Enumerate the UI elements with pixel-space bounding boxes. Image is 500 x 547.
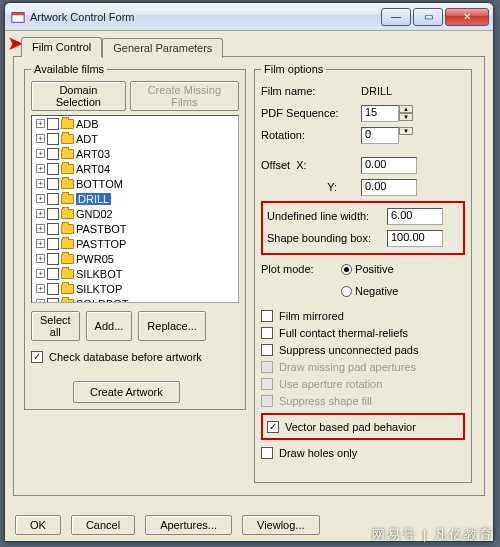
tree-item[interactable]: +ART03 — [32, 146, 238, 161]
check-database-checkbox[interactable] — [31, 351, 43, 363]
option-row: Film mirrored — [261, 307, 465, 324]
tree-item[interactable]: +SILKTOP — [32, 281, 238, 296]
tree-item-checkbox[interactable] — [47, 163, 59, 175]
offset-x-input[interactable]: 0.00 — [361, 157, 417, 174]
tree-item[interactable]: +ADB — [32, 116, 238, 131]
option-checkbox[interactable] — [267, 421, 279, 433]
tree-item-checkbox[interactable] — [47, 298, 59, 304]
option-label: Vector based pad behavior — [285, 421, 416, 433]
add-button[interactable]: Add... — [86, 311, 133, 341]
option-checkbox[interactable] — [261, 327, 273, 339]
option-row: Suppress shape fill — [261, 392, 465, 409]
tree-item-checkbox[interactable] — [47, 238, 59, 250]
expand-icon[interactable]: + — [36, 299, 45, 303]
tree-item-checkbox[interactable] — [47, 178, 59, 190]
tree-item[interactable]: +ART04 — [32, 161, 238, 176]
tree-item-label: PWR05 — [76, 253, 114, 265]
films-tree[interactable]: +ADB+ADT+ART03+ART04+BOTTOM+DRILL+GND02+… — [31, 115, 239, 303]
close-button[interactable]: ✕ — [445, 8, 489, 26]
shape-bounding-box-input[interactable]: 100.00 — [387, 230, 443, 247]
tree-item[interactable]: +PASTBOT — [32, 221, 238, 236]
pdf-sequence-input[interactable]: 15 — [361, 105, 399, 122]
expand-icon[interactable]: + — [36, 284, 45, 293]
option-row: Vector based pad behavior — [267, 418, 459, 435]
tree-item[interactable]: +SILKBOT — [32, 266, 238, 281]
tree-item-checkbox[interactable] — [47, 118, 59, 130]
viewlog-button[interactable]: Viewlog... — [242, 515, 320, 535]
tree-item-checkbox[interactable] — [47, 208, 59, 220]
option-row: Suppress unconnected pads — [261, 341, 465, 358]
tree-item-checkbox[interactable] — [47, 283, 59, 295]
rotation-input[interactable]: 0 — [361, 127, 399, 144]
tree-item[interactable]: +DRILL — [32, 191, 238, 206]
highlight-box-1: Undefined line width: 6.00 Shape boundin… — [261, 201, 465, 255]
apertures-button[interactable]: Apertures... — [145, 515, 232, 535]
create-missing-films-button[interactable]: Create Missing Films — [130, 81, 239, 111]
expand-icon[interactable]: + — [36, 134, 45, 143]
tree-item[interactable]: +SOLDBOT — [32, 296, 238, 303]
film-options-group: Film options Film name: DRILL PDF Sequen… — [254, 63, 472, 483]
cancel-button[interactable]: Cancel — [71, 515, 135, 535]
tree-item[interactable]: +PASTTOP — [32, 236, 238, 251]
replace-button[interactable]: Replace... — [138, 311, 206, 341]
option-checkbox[interactable] — [261, 344, 273, 356]
offset-y-input[interactable]: 0.00 — [361, 179, 417, 196]
pdf-seq-down-icon[interactable]: ▼ — [399, 113, 413, 121]
option-row: Draw missing pad apertures — [261, 358, 465, 375]
expand-icon[interactable]: + — [36, 269, 45, 278]
option-checkbox — [261, 361, 273, 373]
expand-icon[interactable]: + — [36, 239, 45, 248]
plot-mode-label: Plot mode: — [261, 263, 341, 275]
undefined-line-width-input[interactable]: 6.00 — [387, 208, 443, 225]
plot-mode-positive-radio[interactable] — [341, 264, 352, 275]
expand-icon[interactable]: + — [36, 179, 45, 188]
expand-icon[interactable]: + — [36, 209, 45, 218]
maximize-button[interactable]: ▭ — [413, 8, 443, 26]
plot-mode-negative-radio[interactable] — [341, 286, 352, 297]
undefined-line-width-label: Undefined line width: — [267, 210, 387, 222]
tree-item-checkbox[interactable] — [47, 223, 59, 235]
folder-icon — [61, 254, 74, 264]
expand-icon[interactable]: + — [36, 119, 45, 128]
option-checkbox — [261, 395, 273, 407]
expand-icon[interactable]: + — [36, 254, 45, 263]
tree-item-checkbox[interactable] — [47, 253, 59, 265]
folder-icon — [61, 134, 74, 144]
tree-item-label: GND02 — [76, 208, 113, 220]
pdf-seq-up-icon[interactable]: ▲ — [399, 105, 413, 113]
create-artwork-button[interactable]: Create Artwork — [73, 381, 180, 403]
minimize-button[interactable]: — — [381, 8, 411, 26]
tree-item-label: PASTBOT — [76, 223, 127, 235]
tree-item-checkbox[interactable] — [47, 193, 59, 205]
pdf-sequence-label: PDF Sequence: — [261, 107, 361, 119]
select-all-button[interactable]: Select all — [31, 311, 80, 341]
option-checkbox[interactable] — [261, 310, 273, 322]
ok-button[interactable]: OK — [15, 515, 61, 535]
tree-item-label: SILKTOP — [76, 283, 122, 295]
tab-film-control[interactable]: Film Control — [21, 37, 102, 57]
tree-item-checkbox[interactable] — [47, 148, 59, 160]
tree-item[interactable]: +GND02 — [32, 206, 238, 221]
expand-icon[interactable]: + — [36, 149, 45, 158]
option-label: Use aperture rotation — [279, 378, 382, 390]
tab-general-parameters[interactable]: General Parameters — [102, 38, 223, 58]
tree-item[interactable]: +PWR05 — [32, 251, 238, 266]
titlebar[interactable]: Artwork Control Form — ▭ ✕ — [5, 3, 493, 31]
expand-icon[interactable]: + — [36, 194, 45, 203]
tree-item[interactable]: +ADT — [32, 131, 238, 146]
option-row: Full contact thermal-reliefs — [261, 324, 465, 341]
shape-bounding-box-label: Shape bounding box: — [267, 232, 387, 244]
domain-selection-button[interactable]: Domain Selection — [31, 81, 126, 111]
rotation-dropdown-icon[interactable]: ▼ — [399, 127, 413, 135]
tree-item-checkbox[interactable] — [47, 133, 59, 145]
app-icon — [11, 10, 25, 24]
expand-icon[interactable]: + — [36, 224, 45, 233]
tree-item[interactable]: +BOTTOM — [32, 176, 238, 191]
option-checkbox[interactable] — [261, 447, 273, 459]
expand-icon[interactable]: + — [36, 164, 45, 173]
tree-item-label: ART04 — [76, 163, 110, 175]
tree-item-label: BOTTOM — [76, 178, 123, 190]
folder-icon — [61, 164, 74, 174]
available-films-group: Available films Domain Selection Create … — [24, 63, 246, 410]
tree-item-checkbox[interactable] — [47, 268, 59, 280]
